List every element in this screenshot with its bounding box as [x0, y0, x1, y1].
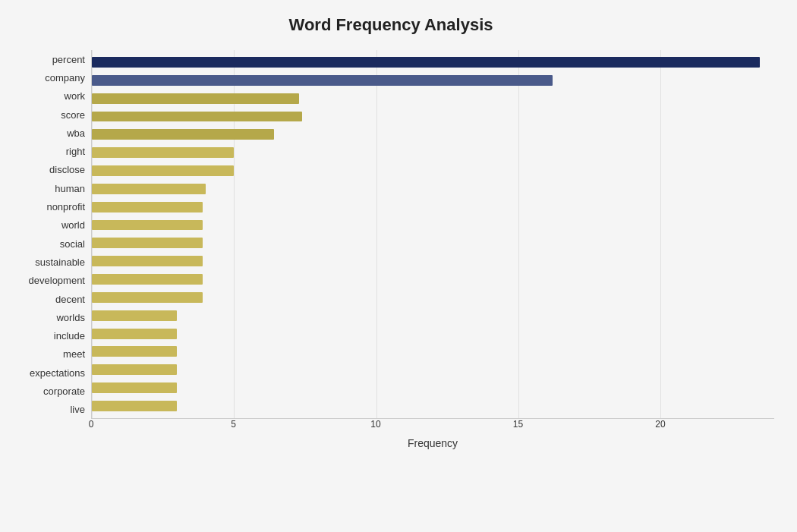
bar-row	[92, 379, 774, 397]
y-label: sustainable	[8, 257, 85, 267]
chart-title: Word Frequency Analysis	[8, 15, 774, 35]
y-label: expectations	[8, 368, 85, 378]
x-tick: 20	[655, 419, 665, 430]
bar-row	[92, 270, 774, 288]
y-axis: percentcompanyworkscorewbarightdiscloseh…	[8, 50, 91, 419]
x-axis: 05101520 Frequency	[91, 419, 774, 449]
bar	[92, 292, 203, 303]
x-tick: 5	[231, 419, 236, 430]
bar-row	[92, 216, 774, 235]
chart-area: percentcompanyworkscorewbarightdiscloseh…	[8, 50, 774, 419]
bar	[92, 93, 299, 104]
bar-row	[92, 325, 774, 343]
bar-row	[92, 198, 774, 216]
bar-row	[92, 252, 774, 270]
bar	[92, 57, 760, 68]
bar	[92, 364, 177, 375]
y-label: percent	[8, 55, 85, 65]
x-tick: 15	[513, 419, 523, 430]
plot-area	[91, 50, 774, 419]
bar	[92, 129, 274, 140]
bar-row	[92, 71, 774, 90]
y-label: human	[8, 184, 85, 194]
bar	[92, 165, 234, 176]
bar-row	[92, 397, 774, 415]
bar-row	[92, 360, 774, 379]
bar-row	[92, 143, 774, 162]
bar	[92, 274, 203, 285]
bar	[92, 202, 203, 212]
bar-row	[92, 90, 774, 108]
bar	[92, 401, 177, 411]
bar-row	[92, 343, 774, 361]
bar	[92, 220, 203, 231]
bar	[92, 184, 206, 194]
bar-row	[92, 180, 774, 198]
bar	[92, 75, 553, 86]
y-label: right	[8, 146, 85, 156]
bar-row	[92, 53, 774, 71]
bars-wrapper	[92, 50, 774, 418]
bar	[92, 238, 203, 248]
x-tick: 10	[370, 419, 380, 430]
y-label: social	[8, 239, 85, 249]
y-label: company	[8, 73, 85, 83]
y-label: world	[8, 220, 85, 230]
bar-row	[92, 234, 774, 252]
y-label: nonprofit	[8, 202, 85, 212]
y-label: include	[8, 331, 85, 341]
bar-row	[92, 307, 774, 325]
bar	[92, 112, 302, 122]
chart-container: Word Frequency Analysis percentcompanywo…	[0, 0, 797, 532]
y-label: live	[8, 405, 85, 414]
y-label: wba	[8, 128, 85, 138]
x-tick: 0	[89, 419, 94, 430]
y-label: disclose	[8, 165, 85, 175]
bar-row	[92, 288, 774, 307]
bar	[92, 346, 177, 357]
y-label: development	[8, 275, 85, 285]
y-label: corporate	[8, 386, 85, 396]
bar-row	[92, 162, 774, 180]
x-axis-label: Frequency	[91, 437, 774, 449]
bar-row	[92, 125, 774, 143]
y-label: work	[8, 91, 85, 101]
y-label: worlds	[8, 313, 85, 323]
bar	[92, 382, 177, 393]
bar	[92, 329, 177, 339]
y-label: meet	[8, 349, 85, 359]
bar	[92, 147, 234, 158]
bar-row	[92, 108, 774, 126]
y-label: decent	[8, 294, 85, 304]
bar	[92, 256, 203, 266]
y-label: score	[8, 110, 85, 120]
bar	[92, 310, 177, 321]
